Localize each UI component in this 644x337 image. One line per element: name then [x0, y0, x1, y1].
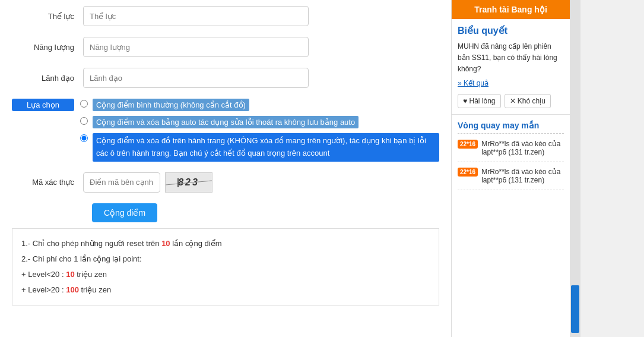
bieu-quyet-title: Biểu quyết — [458, 25, 564, 36]
captcha-input[interactable] — [83, 172, 160, 193]
vong-quay-text-2: MrRo**ls đã vào kèo của lapt**p6 (131 tr… — [481, 168, 564, 184]
ma-xac-thuc-label: Mã xác thực — [12, 178, 83, 187]
sidebar: Tranh tài Bang hội Biểu quyết MUHN đã nâ… — [451, 0, 570, 337]
radio-group: Cộng điểm bình thường (không cần cắt đồ)… — [80, 99, 439, 162]
info-line3-highlight: 10 — [66, 270, 74, 279]
captcha-image: 823 — [165, 172, 212, 193]
captcha-row: Mã xác thực 823 — [12, 172, 439, 193]
info-line1-prefix: 1.- Chỉ cho phép những người reset trên — [21, 239, 161, 248]
submit-row: Cộng điểm — [12, 203, 439, 222]
radio-input-2[interactable] — [80, 117, 88, 125]
lua-chon-label: Lựa chọn — [12, 99, 74, 111]
info-line3-suffix: triệu zen — [75, 270, 107, 279]
info-line-4: + Level>20 : 100 triệu zen — [21, 282, 430, 298]
info-line-2: 2.- Chi phí cho 1 lần cộng lại point: — [21, 251, 430, 267]
info-box: 1.- Chỉ cho phép những người reset trên … — [12, 228, 439, 305]
option-3-label: Cộng điểm và xóa đồ trên hành trang (KHÔ… — [93, 133, 439, 162]
bieu-quyet-text: MUHN đã nâng cấp lên phiên bản SS11, bạn… — [458, 41, 564, 89]
info-line4-prefix: + Level>20 : — [21, 285, 66, 294]
vong-quay-item-2: 22*16 MrRo**ls đã vào kèo của lapt**p6 (… — [458, 168, 564, 190]
radio-option-2: Cộng điểm và xóa bảng auto tác dụng sửa … — [80, 116, 439, 128]
sidebar-buttons: ♥ Hài lòng ✕ Khó chịu — [458, 94, 564, 108]
vong-quay-item-1: 22*16 MrRo**ls đã vào kèo của lapt**p6 (… — [458, 140, 564, 162]
vong-quay-title: Vòng quay may mắn — [458, 121, 564, 134]
ket-qua-link[interactable]: » Kết quả — [458, 78, 564, 89]
lanh-dao-label: Lãnh đạo — [12, 74, 83, 83]
kho-chiu-button[interactable]: ✕ Khó chịu — [505, 94, 551, 108]
the-luc-input[interactable] — [83, 6, 309, 26]
the-luc-row: Thể lực — [12, 6, 439, 26]
the-luc-label: Thể lực — [12, 12, 83, 21]
bieu-quyet-section: Biểu quyết MUHN đã nâng cấp lên phiên bả… — [452, 19, 570, 115]
lanh-dao-row: Lãnh đạo — [12, 68, 439, 88]
scrollbar-thumb[interactable] — [571, 285, 579, 333]
info-line4-suffix: triệu zen — [79, 285, 111, 294]
level-badge-2: 22*16 — [458, 168, 478, 177]
option-1-label: Cộng điểm bình thường (không cần cắt đồ) — [93, 99, 249, 111]
captcha-value: 823 — [178, 177, 199, 188]
info-line3-prefix: + Level<20 : — [21, 270, 66, 279]
info-line4-highlight: 100 — [66, 285, 79, 294]
nang-luong-row: Năng lượng — [12, 37, 439, 57]
level-badge-1: 22*16 — [458, 140, 478, 149]
submit-button[interactable]: Cộng điểm — [92, 203, 157, 222]
scrollbar[interactable] — [570, 0, 580, 337]
nang-luong-label: Năng lượng — [12, 43, 83, 52]
vong-quay-text-1: MrRo**ls đã vào kèo của lapt**p6 (131 tr… — [481, 140, 564, 156]
vong-quay-section: Vòng quay may mắn 22*16 MrRo**ls đã vào … — [452, 115, 570, 201]
bieu-quyet-body: MUHN đã nâng cấp lên phiên bản SS11, bạn… — [458, 42, 557, 73]
radio-input-1[interactable] — [80, 100, 88, 108]
info-line-3: + Level<20 : 10 triệu zen — [21, 267, 430, 282]
nang-luong-input[interactable] — [83, 37, 309, 57]
info-line-1: 1.- Chỉ cho phép những người reset trên … — [21, 236, 430, 251]
radio-input-3[interactable] — [80, 134, 88, 142]
info-line1-highlight: 10 — [161, 239, 170, 248]
radio-option-3: Cộng điểm và xóa đồ trên hành trang (KHÔ… — [80, 133, 439, 162]
radio-option-1: Cộng điểm bình thường (không cần cắt đồ) — [80, 99, 439, 111]
option-2-label: Cộng điểm và xóa bảng auto tác dụng sửa … — [93, 116, 359, 128]
main-form-area: Thể lực Năng lượng Lãnh đạo Lựa chọn Cộn… — [0, 0, 451, 337]
hai-long-button[interactable]: ♥ Hài lòng — [458, 94, 501, 108]
lanh-dao-input[interactable] — [83, 68, 309, 88]
sidebar-banner: Tranh tài Bang hội — [452, 0, 570, 19]
lua-chon-row: Lựa chọn Cộng điểm bình thường (không cầ… — [12, 99, 439, 162]
info-line1-suffix: lần cộng điểm — [170, 239, 222, 248]
